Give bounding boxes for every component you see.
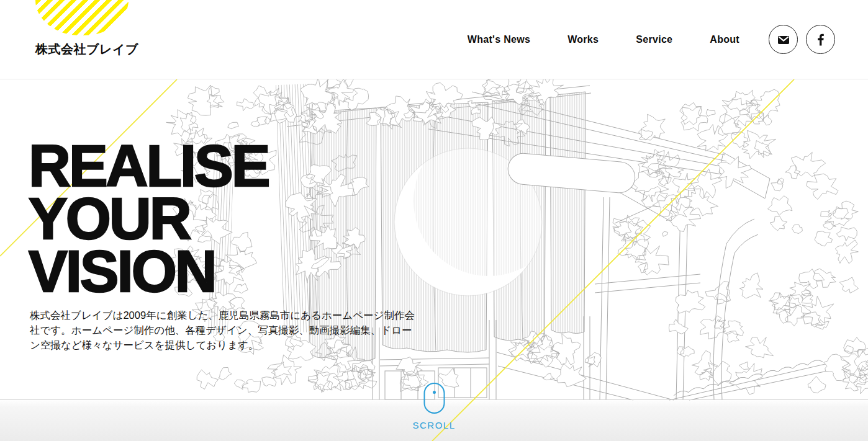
hero-description: 株式会社ブレイブは2009年に創業した、鹿児島県霧島市にあるホームページ制作会社… — [30, 308, 415, 352]
site-logo[interactable]: 株式会社ブレイブ — [35, 0, 138, 58]
mail-icon — [775, 31, 792, 48]
hero-section: REALISE YOUR VISION 株式会社ブレイブは2009年に創業した、… — [0, 79, 868, 441]
facebook-button[interactable] — [806, 25, 835, 54]
logo-text: 株式会社ブレイブ — [35, 41, 138, 58]
nav-works[interactable]: Works — [567, 34, 599, 45]
social-links — [769, 25, 835, 54]
hero-headline: REALISE YOUR VISION — [29, 140, 268, 298]
mail-button[interactable] — [769, 25, 798, 54]
main-nav: What's News Works Service About — [468, 34, 739, 45]
nav-about[interactable]: About — [710, 34, 739, 45]
nav-service[interactable]: Service — [636, 34, 672, 45]
headline-line-2: YOUR — [29, 192, 268, 245]
scroll-label: SCROLL — [412, 420, 455, 430]
nav-whats-news[interactable]: What's News — [468, 34, 530, 45]
brand-striped-circle-icon — [35, 0, 129, 35]
facebook-icon — [813, 32, 828, 47]
headline-line-1: REALISE — [29, 140, 268, 192]
scroll-indicator[interactable]: SCROLL — [412, 383, 455, 430]
mouse-scroll-icon — [423, 383, 445, 414]
site-header: 株式会社ブレイブ What's News Works Service About — [0, 0, 868, 79]
headline-line-3: VISION — [29, 245, 268, 298]
